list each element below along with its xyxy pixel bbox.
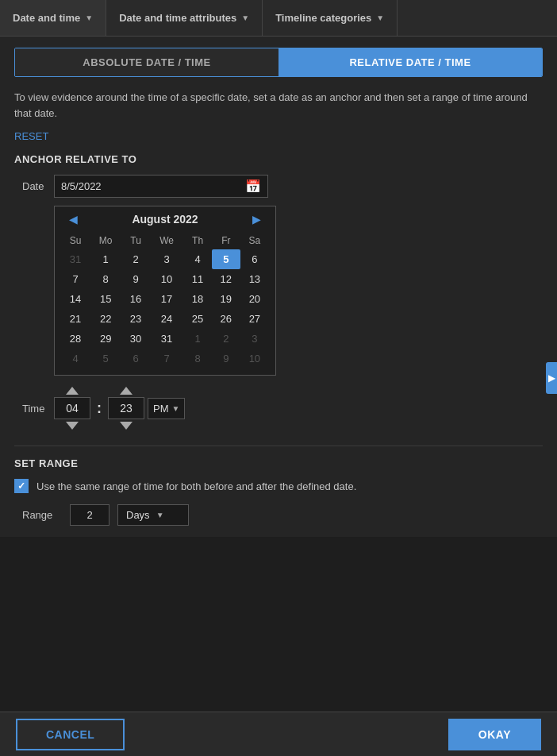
weekday-th: Th [183,232,212,249]
tab-date-time-chevron: ▼ [85,14,93,22]
time-colon: : [94,400,105,417]
calendar-day[interactable]: 24 [150,309,183,329]
calendar-day: 8 [183,349,212,368]
calendar-header: ◀ August 2022 ▶ [61,213,269,226]
calendar-week-row: 78910111213 [61,269,269,289]
calendar-day[interactable]: 29 [90,329,121,349]
calendar-day[interactable]: 5 [212,249,240,269]
calendar-day[interactable]: 31 [150,329,183,349]
side-handle[interactable]: ▶ [546,362,557,394]
calendar-weekdays-row: Su Mo Tu We Th Fr Sa [61,232,269,249]
weekday-mo: Mo [90,232,121,249]
calendar-day[interactable]: 8 [90,269,121,289]
weekday-sa: Sa [240,232,269,249]
calendar-day: 7 [150,349,183,368]
cancel-button[interactable]: CANCEL [16,719,125,750]
minute-spinner [108,387,144,430]
range-row: Range Days ▼ [22,504,543,526]
calendar-day[interactable]: 16 [121,289,150,309]
divider [14,446,543,446]
reset-link[interactable]: RESET [14,130,48,142]
calendar-day[interactable]: 27 [240,309,269,329]
calendar-day[interactable]: 4 [183,249,212,269]
calendar-day[interactable]: 10 [150,269,183,289]
calendar-day[interactable]: 9 [121,269,150,289]
relative-date-time-button[interactable]: RELATIVE DATE / TIME [278,48,542,76]
anchor-section-header: ANCHOR RELATIVE TO [14,153,543,165]
calendar-week-row: 31123456 [61,249,269,269]
tab-date-time[interactable]: Date and time ▼ [0,0,106,36]
tab-timeline-categories-chevron: ▼ [376,14,384,22]
range-unit-value: Days [126,509,150,521]
footer: CANCEL OKAY [0,712,557,756]
calendar-day[interactable]: 26 [212,309,240,329]
hour-up-button[interactable] [66,387,79,395]
absolute-label: ABSOLUTE DATE / TIME [83,56,210,68]
calendar-week-row: 45678910 [61,349,269,368]
calendar-day[interactable]: 3 [150,249,183,269]
calendar-day: 10 [240,349,269,368]
same-range-checkbox[interactable]: ✓ [14,479,29,493]
okay-button[interactable]: OKAY [448,719,541,750]
calendar-day[interactable]: 12 [212,269,240,289]
calendar-day: 2 [212,329,240,349]
calendar-day[interactable]: 21 [61,309,90,329]
date-input[interactable] [61,180,245,192]
calendar-day[interactable]: 1 [90,249,121,269]
ampm-select[interactable]: PM ▼ [148,398,185,419]
calendar-day[interactable]: 13 [240,269,269,289]
tab-timeline-categories[interactable]: Timeline categories ▼ [263,0,398,36]
time-section: Time : PM ▼ [22,387,543,430]
hour-spinner [54,387,90,430]
calendar-day[interactable]: 23 [121,309,150,329]
tab-bar: Date and time ▼ Date and time attributes… [0,0,557,37]
ampm-chevron-icon: ▼ [172,404,180,413]
calendar-day[interactable]: 6 [240,249,269,269]
range-unit-dropdown[interactable]: Days ▼ [117,504,189,526]
calendar-day[interactable]: 7 [61,269,90,289]
same-range-checkbox-row: ✓ Use the same range of time for both be… [14,479,543,493]
calendar-next-button[interactable]: ▶ [248,213,266,226]
range-input[interactable] [70,504,109,526]
calendar-month-year: August 2022 [132,213,198,226]
calendar-day[interactable]: 14 [61,289,90,309]
calendar-day[interactable]: 25 [183,309,212,329]
calendar-day: 1 [183,329,212,349]
calendar-day[interactable]: 22 [90,309,121,329]
calendar-day[interactable]: 17 [150,289,183,309]
absolute-date-time-button[interactable]: ABSOLUTE DATE / TIME [15,48,278,76]
calendar-day[interactable]: 18 [183,289,212,309]
calendar-day: 3 [240,329,269,349]
date-row: Date 📅 [22,175,543,198]
minute-up-button[interactable] [120,387,133,395]
calendar-day[interactable]: 28 [61,329,90,349]
weekday-tu: Tu [121,232,150,249]
minute-down-button[interactable] [120,422,133,430]
hour-down-button[interactable] [66,422,79,430]
calendar-icon[interactable]: 📅 [245,179,261,194]
calendar-day[interactable]: 30 [121,329,150,349]
main-content: ABSOLUTE DATE / TIME RELATIVE DATE / TIM… [0,37,557,537]
calendar-day: 9 [212,349,240,368]
calendar-day[interactable]: 20 [240,289,269,309]
ampm-value: PM [153,403,169,415]
minute-input[interactable] [108,397,144,419]
calendar-day[interactable]: 15 [90,289,121,309]
calendar-day[interactable]: 2 [121,249,150,269]
date-input-wrapper: 📅 [54,175,268,198]
calendar-week-row: 21222324252627 [61,309,269,329]
calendar-day[interactable]: 11 [183,269,212,289]
hour-input[interactable] [54,397,90,419]
weekday-we: We [150,232,183,249]
same-range-label: Use the same range of time for both befo… [36,480,356,492]
date-label: Date [22,180,54,192]
description-text: To view evidence around the time of a sp… [14,90,543,121]
calendar-day[interactable]: 19 [212,289,240,309]
date-mode-toggle: ABSOLUTE DATE / TIME RELATIVE DATE / TIM… [14,48,543,77]
tab-date-time-attributes[interactable]: Date and time attributes ▼ [106,0,263,36]
calendar-day: 5 [90,349,121,368]
calendar-grid: Su Mo Tu We Th Fr Sa 3112345678910111213… [61,232,269,368]
tab-date-time-label: Date and time [13,12,80,24]
calendar-day: 31 [61,249,90,269]
calendar-prev-button[interactable]: ◀ [64,213,83,226]
